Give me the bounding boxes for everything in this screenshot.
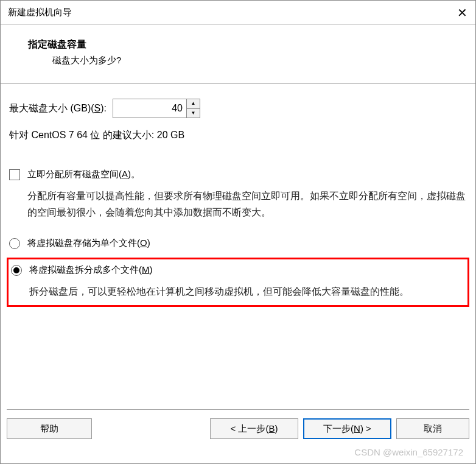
split-file-radio[interactable]	[11, 265, 22, 276]
store-single-file-radio-row[interactable]: 将虚拟磁盘存储为单个文件(O)	[9, 237, 467, 249]
page-subtitle: 磁盘大小为多少?	[52, 55, 457, 66]
spinner-buttons: ▲ ▼	[186, 99, 200, 118]
watermark: CSDN @weixin_65927172	[354, 447, 463, 457]
window-title: 新建虚拟机向导	[8, 7, 72, 18]
allocate-now-checkbox[interactable]	[9, 169, 20, 180]
allocate-now-info: 分配所有容量可以提高性能，但要求所有物理磁盘空间立即可用。如果不立即分配所有空间…	[27, 188, 467, 220]
disk-size-label: 最大磁盘大小 (GB)(S):	[9, 102, 107, 115]
store-single-file-radio[interactable]	[9, 238, 20, 249]
disk-size-row: 最大磁盘大小 (GB)(S): ▲ ▼	[9, 99, 467, 118]
next-button[interactable]: 下一步(N) >	[303, 418, 391, 439]
disk-size-input[interactable]	[113, 99, 186, 118]
close-icon[interactable]: ✕	[455, 7, 469, 19]
split-file-highlight: 将虚拟磁盘拆分成多个文件(M) 拆分磁盘后，可以更轻松地在计算机之间移动虚拟机，…	[7, 258, 469, 306]
recommended-size-label: 针对 CentOS 7 64 位 的建议大小: 20 GB	[9, 129, 467, 142]
wizard-header: 指定磁盘容量 磁盘大小为多少?	[1, 25, 475, 84]
back-button[interactable]: < 上一步(B)	[210, 418, 298, 439]
page-title: 指定磁盘容量	[28, 38, 457, 51]
disk-size-spinner: ▲ ▼	[113, 99, 200, 118]
cancel-button[interactable]: 取消	[396, 418, 469, 439]
allocate-now-label: 立即分配所有磁盘空间(A)。	[27, 169, 140, 180]
split-file-info: 拆分磁盘后，可以更轻松地在计算机之间移动虚拟机，但可能会降低大容量磁盘的性能。	[29, 283, 464, 300]
spinner-down-icon[interactable]: ▼	[187, 109, 200, 118]
split-file-radio-row[interactable]: 将虚拟磁盘拆分成多个文件(M)	[11, 264, 464, 276]
spinner-up-icon[interactable]: ▲	[187, 99, 200, 109]
store-single-file-label: 将虚拟磁盘存储为单个文件(O)	[27, 237, 150, 249]
content-area: 最大磁盘大小 (GB)(S): ▲ ▼ 针对 CentOS 7 64 位 的建议…	[1, 84, 475, 307]
allocate-now-checkbox-row[interactable]: 立即分配所有磁盘空间(A)。	[9, 169, 467, 180]
help-button[interactable]: 帮助	[7, 418, 92, 439]
button-bar: 帮助 < 上一步(B) 下一步(N) > 取消	[7, 409, 469, 439]
split-file-label: 将虚拟磁盘拆分成多个文件(M)	[29, 264, 153, 276]
titlebar: 新建虚拟机向导 ✕	[1, 1, 475, 25]
